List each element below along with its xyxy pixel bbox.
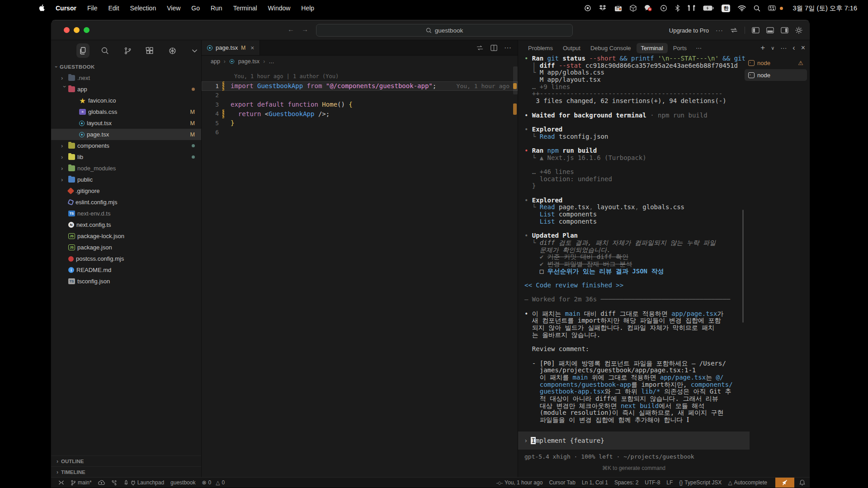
panel-tab-ports[interactable]: Ports bbox=[669, 43, 691, 53]
sidebar-section-outline[interactable]: ›OUTLINE bbox=[51, 455, 201, 466]
play-icon[interactable] bbox=[660, 5, 667, 12]
terminal-scrollbar[interactable] bbox=[742, 210, 744, 323]
problems-status[interactable]: ⊗ 0 △ 0 bbox=[202, 479, 225, 486]
tab-page-tsx[interactable]: page.tsx M × bbox=[202, 40, 260, 55]
input-source-indicator[interactable]: 한 bbox=[722, 5, 730, 12]
zoom-window-button[interactable] bbox=[84, 27, 90, 33]
language-status[interactable]: {} TypeScript JSX bbox=[679, 479, 722, 486]
toggle-bottom-panel-icon[interactable] bbox=[766, 27, 774, 33]
explorer-item-eslint.config.mjs[interactable]: eslint.config.mjs bbox=[51, 197, 201, 208]
cursor-position[interactable]: Ln 1, Col 1 bbox=[582, 479, 608, 486]
menu-app-name[interactable]: Cursor bbox=[56, 5, 76, 12]
nav-back-icon[interactable]: ← bbox=[288, 25, 294, 33]
terminal-input[interactable]: › I mplement {feature} bbox=[518, 432, 750, 450]
sync-icon[interactable] bbox=[730, 27, 738, 33]
explorer-item-node_modules[interactable]: ›node_modules bbox=[51, 163, 201, 174]
sidebar-section-timeline[interactable]: ›TIMELINE bbox=[51, 466, 201, 477]
close-panel-icon[interactable]: × bbox=[801, 44, 805, 52]
panel-tab-debug-console[interactable]: Debug Console bbox=[586, 43, 636, 53]
extensions-icon[interactable] bbox=[144, 43, 157, 58]
source-control-icon[interactable] bbox=[121, 43, 134, 58]
explorer-item-favicon.ico[interactable]: ★favicon.ico bbox=[51, 95, 201, 106]
indentation-status[interactable]: Spaces: 2 bbox=[614, 479, 638, 486]
explorer-item-public[interactable]: ›public bbox=[51, 174, 201, 185]
autocomplete-status[interactable]: △ Autocomplete bbox=[728, 479, 767, 486]
panel-tabs-more-icon[interactable]: ⋯ bbox=[692, 45, 705, 52]
explorer-item-globals.css[interactable]: ≈globals.cssM bbox=[51, 106, 201, 117]
menu-item-help[interactable]: Help bbox=[301, 5, 314, 12]
chat-notification-icon[interactable] bbox=[644, 5, 652, 12]
explorer-item-next-env.d.ts[interactable]: TSnext-env.d.ts bbox=[51, 208, 201, 219]
breadcrumb-folder[interactable]: app bbox=[211, 58, 220, 65]
terminal-session-node[interactable]: ›node bbox=[745, 69, 807, 81]
explorer-item-package-lock.json[interactable]: JSpackage-lock.json bbox=[51, 230, 201, 242]
explorer-item-.next[interactable]: ›.next bbox=[51, 72, 201, 84]
breadcrumb-more[interactable]: … bbox=[269, 58, 274, 65]
split-editor-icon[interactable] bbox=[491, 45, 497, 51]
explorer-item-page.tsx[interactable]: page.tsxM bbox=[51, 129, 201, 140]
code-area[interactable]: You, 1 hour ago | 1 author (You) 1import… bbox=[202, 67, 518, 477]
explorer-item-.gitignore[interactable]: .gitignore bbox=[51, 185, 201, 197]
explorer-item-layout.tsx[interactable]: layout.tsxM bbox=[51, 117, 201, 129]
settings-gear-icon[interactable] bbox=[795, 27, 802, 34]
collapse-panel-icon[interactable]: ‹ bbox=[793, 44, 795, 52]
explorer-item-lib[interactable]: ›lib bbox=[51, 151, 201, 163]
eol-status[interactable]: LF bbox=[666, 479, 673, 486]
titlebar-more-icon[interactable]: ··· bbox=[716, 27, 723, 34]
wifi-icon[interactable] bbox=[738, 5, 746, 11]
panel-tab-problems[interactable]: Problems bbox=[524, 43, 557, 53]
code-line-1[interactable]: 1import GuestbookApp from "@/components/… bbox=[202, 81, 518, 91]
explorer-item-next.config.ts[interactable]: Nnext.config.ts bbox=[51, 219, 201, 230]
hierarchy-icon[interactable] bbox=[111, 480, 117, 486]
explorer-icon[interactable] bbox=[76, 43, 90, 58]
minimize-window-button[interactable] bbox=[74, 27, 80, 33]
tab-close-icon[interactable]: × bbox=[250, 44, 254, 52]
menu-item-selection[interactable]: Selection bbox=[130, 5, 156, 12]
notifications-muted-button[interactable] bbox=[775, 478, 794, 488]
ai-chat-icon[interactable] bbox=[166, 43, 179, 58]
project-name[interactable]: guestbook bbox=[170, 479, 195, 486]
code-line-3[interactable]: 3export default function Home() { bbox=[202, 100, 518, 109]
chevron-down-icon[interactable] bbox=[189, 43, 202, 58]
explorer-item-tsconfig.json[interactable]: TStsconfig.json bbox=[51, 276, 201, 287]
battery-icon[interactable] bbox=[703, 5, 714, 11]
code-line-2[interactable]: 2 bbox=[202, 91, 518, 100]
record-icon[interactable] bbox=[584, 5, 591, 12]
box-icon[interactable] bbox=[630, 5, 637, 12]
code-line-4[interactable]: 4 return <GuestbookApp />; bbox=[202, 109, 518, 119]
explorer-item-app[interactable]: ›app bbox=[51, 84, 201, 95]
open-changes-icon[interactable] bbox=[476, 45, 484, 51]
menu-item-file[interactable]: File bbox=[87, 5, 98, 12]
launchpad-button[interactable]: Launchpad bbox=[123, 479, 164, 486]
nav-forward-icon[interactable]: → bbox=[302, 25, 308, 33]
bluetooth-icon[interactable] bbox=[675, 5, 680, 12]
panel-tab-terminal[interactable]: Terminal bbox=[637, 43, 668, 53]
blame-status[interactable]: -◇- You, 1 hour ago bbox=[496, 479, 543, 486]
cloud-upload-icon[interactable] bbox=[98, 480, 105, 485]
search-panel-icon[interactable] bbox=[99, 43, 112, 58]
upgrade-to-pro-button[interactable]: Upgrade to Pro bbox=[669, 27, 709, 34]
menu-item-run[interactable]: Run bbox=[211, 5, 222, 12]
menu-item-view[interactable]: View bbox=[167, 5, 180, 12]
menu-bar-clock[interactable]: 3월 7일 (토) 오후 7:16 bbox=[793, 4, 857, 13]
explorer-item-README.md[interactable]: iREADME.md bbox=[51, 264, 201, 276]
airpods-icon[interactable] bbox=[688, 5, 695, 12]
explorer-item-postcss.config.mjs[interactable]: postcss.config.mjs bbox=[51, 253, 201, 264]
apple-menu-icon[interactable] bbox=[39, 5, 46, 12]
toggle-left-panel-icon[interactable] bbox=[752, 27, 760, 33]
menu-item-window[interactable]: Window bbox=[268, 5, 291, 12]
terminal-output[interactable]: • Ran git status --short && printf '\n--… bbox=[524, 55, 749, 424]
menu-item-edit[interactable]: Edit bbox=[108, 5, 119, 12]
permissions-icon[interactable] bbox=[614, 5, 622, 12]
control-center-icon[interactable] bbox=[768, 5, 776, 11]
command-center-search[interactable]: guestbook bbox=[316, 24, 573, 37]
cursor-tab-status[interactable]: Cursor Tab bbox=[549, 479, 575, 486]
code-line-5[interactable]: 5} bbox=[202, 118, 518, 128]
code-line-6[interactable]: 6 bbox=[202, 128, 518, 137]
toggle-right-panel-icon[interactable] bbox=[781, 27, 788, 33]
new-terminal-icon[interactable]: + bbox=[760, 43, 765, 52]
menu-item-terminal[interactable]: Terminal bbox=[233, 5, 257, 12]
breadcrumb[interactable]: app › page.tsx › … bbox=[202, 56, 518, 67]
breadcrumb-file[interactable]: page.tsx bbox=[238, 58, 259, 65]
panel-more-icon[interactable]: ··· bbox=[780, 44, 787, 52]
